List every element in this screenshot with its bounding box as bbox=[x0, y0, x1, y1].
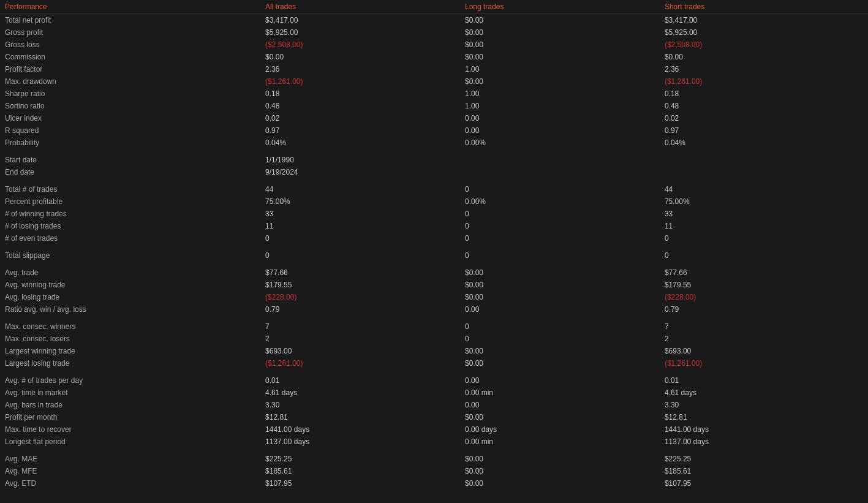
long-trades-value bbox=[460, 166, 660, 178]
all-trades-value: 11 bbox=[260, 220, 460, 232]
all-trades-value: $77.66 bbox=[260, 267, 460, 279]
all-trades-value: 0.97 bbox=[260, 124, 460, 137]
all-trades-value: 0 bbox=[260, 232, 460, 244]
long-trades-value: 0.00 days bbox=[460, 423, 660, 436]
table-row: Start date1/1/1990 bbox=[0, 154, 868, 166]
table-row: # of winning trades33033 bbox=[0, 208, 868, 220]
all-trades-value: ($1,261.00) bbox=[260, 75, 460, 88]
short-trades-value: ($1,261.00) bbox=[660, 75, 868, 88]
short-trades-value: $77.66 bbox=[660, 267, 868, 279]
long-trades-value: 0.00 bbox=[460, 399, 660, 411]
row-label: Ratio avg. win / avg. loss bbox=[0, 303, 260, 316]
short-trades-value: 0.01 bbox=[660, 374, 868, 387]
short-trades-value: 0.97 bbox=[660, 124, 868, 137]
long-trades-value: $0.00 bbox=[460, 279, 660, 291]
all-trades-value: $185.61 bbox=[260, 465, 460, 477]
all-trades-value: 0.79 bbox=[260, 303, 460, 316]
all-trades-value: 2 bbox=[260, 333, 460, 345]
all-trades-value: 1/1/1990 bbox=[260, 154, 460, 166]
table-row: Total net profit$3,417.00$0.00$3,417.00 bbox=[0, 14, 868, 27]
long-trades-value: 0 bbox=[460, 320, 660, 333]
row-label: # of losing trades bbox=[0, 220, 260, 232]
row-label: Percent profitable bbox=[0, 195, 260, 208]
short-trades-value bbox=[660, 166, 868, 178]
table-row: Avg. losing trade($228.00)$0.00($228.00) bbox=[0, 291, 868, 303]
all-trades-value: 0.48 bbox=[260, 100, 460, 112]
row-label: Probability bbox=[0, 137, 260, 149]
all-trades-value: $225.25 bbox=[260, 453, 460, 465]
all-trades-value: 0.04% bbox=[260, 137, 460, 149]
row-label: Max. consec. losers bbox=[0, 333, 260, 345]
separator-row bbox=[0, 149, 868, 154]
short-trades-value: $107.95 bbox=[660, 477, 868, 490]
short-trades-value bbox=[660, 154, 868, 166]
table-row: Avg. time in market4.61 days0.00 min4.61… bbox=[0, 387, 868, 399]
row-label: Largest losing trade bbox=[0, 357, 260, 369]
long-trades-value: 0.00 bbox=[460, 124, 660, 137]
long-trades-value: $0.00 bbox=[460, 26, 660, 39]
short-trades-value: $12.81 bbox=[660, 411, 868, 423]
table-row: # of even trades000 bbox=[0, 232, 868, 244]
short-trades-value: $5,925.00 bbox=[660, 26, 868, 39]
table-row: Max. consec. losers202 bbox=[0, 333, 868, 345]
separator-row bbox=[0, 262, 868, 267]
short-trades-value: 2.36 bbox=[660, 63, 868, 75]
long-trades-value: 0.00 min bbox=[460, 436, 660, 448]
long-trades-value: $0.00 bbox=[460, 357, 660, 369]
long-trades-value: 0 bbox=[460, 333, 660, 345]
table-row: Total # of trades44044 bbox=[0, 183, 868, 195]
long-trades-value: 0.00 bbox=[460, 112, 660, 124]
short-trades-value: 0.04% bbox=[660, 137, 868, 149]
row-label: Max. consec. winners bbox=[0, 320, 260, 333]
row-label: Avg. bars in trade bbox=[0, 399, 260, 411]
table-row: Max. time to recover1441.00 days0.00 day… bbox=[0, 423, 868, 436]
table-row: Total slippage000 bbox=[0, 249, 868, 262]
table-row: Largest losing trade($1,261.00)$0.00($1,… bbox=[0, 357, 868, 369]
separator-row bbox=[0, 316, 868, 320]
separator-row bbox=[0, 369, 868, 374]
all-trades-value: $0.00 bbox=[260, 51, 460, 63]
table-row: Avg. MAE$225.25$0.00$225.25 bbox=[0, 453, 868, 465]
separator-row bbox=[0, 448, 868, 453]
all-trades-value: 2.36 bbox=[260, 63, 460, 75]
table-row: Longest flat period1137.00 days0.00 min1… bbox=[0, 436, 868, 448]
table-row: Commission$0.00$0.00$0.00 bbox=[0, 51, 868, 63]
row-label: End date bbox=[0, 166, 260, 178]
long-trades-value: 0 bbox=[460, 220, 660, 232]
row-label: Gross loss bbox=[0, 39, 260, 51]
table-row: Avg. MFE$185.61$0.00$185.61 bbox=[0, 465, 868, 477]
table-row: Percent profitable75.00%0.00%75.00% bbox=[0, 195, 868, 208]
row-label: Profit factor bbox=[0, 63, 260, 75]
short-trades-value: 11 bbox=[660, 220, 868, 232]
table-row: Max. consec. winners707 bbox=[0, 320, 868, 333]
short-trades-value: $0.00 bbox=[660, 51, 868, 63]
long-trades-value: $0.00 bbox=[460, 51, 660, 63]
short-trades-value: 33 bbox=[660, 208, 868, 220]
col-long-trades: Long trades bbox=[460, 0, 660, 14]
all-trades-value: $107.95 bbox=[260, 477, 460, 490]
col-performance: Performance bbox=[0, 0, 260, 14]
row-label: Avg. # of trades per day bbox=[0, 374, 260, 387]
separator-row bbox=[0, 244, 868, 249]
row-label: # of even trades bbox=[0, 232, 260, 244]
all-trades-value: 1441.00 days bbox=[260, 423, 460, 436]
all-trades-value: $5,925.00 bbox=[260, 26, 460, 39]
table-row: R squared0.970.000.97 bbox=[0, 124, 868, 137]
long-trades-value: 0.00% bbox=[460, 195, 660, 208]
row-label: Avg. time in market bbox=[0, 387, 260, 399]
all-trades-value: ($1,261.00) bbox=[260, 357, 460, 369]
performance-table-container: Performance All trades Long trades Short… bbox=[0, 0, 868, 490]
table-row: Sharpe ratio0.181.000.18 bbox=[0, 88, 868, 100]
all-trades-value: 3.30 bbox=[260, 399, 460, 411]
short-trades-value: $225.25 bbox=[660, 453, 868, 465]
short-trades-value: ($2,508.00) bbox=[660, 39, 868, 51]
long-trades-value: 0 bbox=[460, 232, 660, 244]
row-label: Commission bbox=[0, 51, 260, 63]
performance-table: Performance All trades Long trades Short… bbox=[0, 0, 868, 490]
row-label: Total net profit bbox=[0, 14, 260, 27]
short-trades-value: 1441.00 days bbox=[660, 423, 868, 436]
table-row: Profit per month$12.81$0.00$12.81 bbox=[0, 411, 868, 423]
table-row: Ulcer index0.020.000.02 bbox=[0, 112, 868, 124]
col-all-trades: All trades bbox=[260, 0, 460, 14]
all-trades-value: 1137.00 days bbox=[260, 436, 460, 448]
